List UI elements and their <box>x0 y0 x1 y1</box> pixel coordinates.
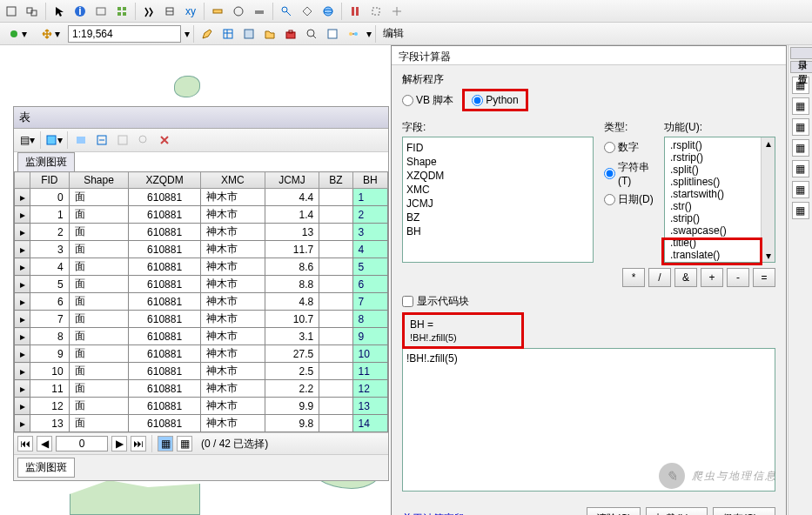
search-tool-icon[interactable] <box>302 24 321 43</box>
help-link[interactable]: 关于计算字段 <box>402 512 465 515</box>
type-date-radio[interactable]: 日期(D) <box>604 192 654 207</box>
function-item[interactable]: .split() <box>665 164 775 176</box>
find-icon[interactable] <box>139 2 158 21</box>
column-header[interactable]: BZ <box>319 172 352 189</box>
parser-python-radio[interactable]: Python <box>465 91 525 109</box>
table-row[interactable]: ▸ 4 面 610881 神木市 8.6 5 <box>15 258 388 276</box>
column-header[interactable]: JCMJ <box>265 172 319 189</box>
nav-show-all-icon[interactable]: ▦ <box>158 436 173 451</box>
catalog-tab[interactable]: 目录 <box>790 47 812 59</box>
table-clear-icon[interactable] <box>113 130 132 150</box>
nav-first-icon[interactable]: ⏮ <box>17 436 33 451</box>
fields-listbox[interactable]: FIDShapeXZQDMXMCJCMJBZBH <box>402 137 594 263</box>
function-item[interactable]: .str() <box>665 200 775 212</box>
column-header[interactable]: Shape <box>69 172 129 189</box>
function-item[interactable]: .splitlines() <box>665 176 775 188</box>
table-delete-icon[interactable] <box>155 130 174 150</box>
tool-2-icon[interactable] <box>23 2 42 21</box>
table-row[interactable]: ▸ 2 面 610881 神木市 13 3 <box>15 224 388 241</box>
right-btn-5[interactable]: ▦ <box>792 160 809 177</box>
info-icon[interactable]: i <box>70 2 90 21</box>
parser-vb-radio[interactable]: VB 脚本 <box>402 93 453 108</box>
scale-input[interactable] <box>68 25 181 43</box>
table-row[interactable]: ▸ 0 面 610881 神木市 4.4 1 <box>15 189 388 206</box>
tool-6-icon[interactable] <box>112 2 131 21</box>
function-item[interactable]: .rstrip() <box>665 151 775 164</box>
column-header[interactable]: XZQDM <box>129 172 200 189</box>
table-switch-icon[interactable] <box>92 130 111 150</box>
right-btn-1[interactable]: ▦ <box>792 77 809 94</box>
edit-tool-icon[interactable] <box>198 24 217 43</box>
function-item[interactable]: .upper() <box>665 261 775 263</box>
codeblock-checkbox[interactable] <box>402 296 413 307</box>
xy-icon[interactable]: xy <box>181 2 200 21</box>
layout-icon[interactable] <box>239 24 258 43</box>
tool-16-icon[interactable] <box>346 2 365 21</box>
table-row[interactable]: ▸ 6 面 610881 神木市 4.8 7 <box>15 293 388 311</box>
table-row[interactable]: ▸ 5 面 610881 神木市 8.8 6 <box>15 276 388 293</box>
table-row[interactable]: ▸ 3 面 610881 神木市 11.7 4 <box>15 241 388 258</box>
table-view-icon[interactable] <box>218 24 238 43</box>
right-btn-3[interactable]: ▦ <box>792 118 809 136</box>
field-item[interactable]: XMC <box>406 183 589 197</box>
location-tab[interactable]: 位置 <box>790 61 812 73</box>
right-btn-7[interactable]: ▦ <box>792 202 809 219</box>
tool-17-icon[interactable] <box>366 2 386 21</box>
operator-button[interactable]: / <box>648 268 671 287</box>
table-row[interactable]: ▸ 12 面 610881 神木市 9.9 13 <box>15 398 388 415</box>
type-string-radio[interactable]: 字符串(T) <box>604 160 654 187</box>
toolbox-icon[interactable] <box>281 24 300 43</box>
bottom-tab[interactable]: 监测图斑 <box>17 458 75 478</box>
function-item[interactable]: .title() <box>665 237 775 249</box>
move-dropdown[interactable]: ▾ <box>35 24 66 43</box>
python-icon[interactable] <box>323 24 342 43</box>
right-btn-4[interactable]: ▦ <box>792 139 809 157</box>
tool-13-icon[interactable] <box>277 2 296 21</box>
table-related-icon[interactable] <box>71 130 91 150</box>
table-select-icon[interactable]: ▾ <box>44 130 64 150</box>
table-row[interactable]: ▸ 13 面 610881 神木市 9.8 14 <box>15 415 388 432</box>
nav-position-input[interactable] <box>56 436 108 451</box>
table-row[interactable]: ▸ 7 面 610881 神木市 10.7 8 <box>15 311 388 328</box>
tool-12-icon[interactable] <box>250 2 269 21</box>
operator-button[interactable]: - <box>727 268 749 287</box>
draw-dropdown[interactable]: ▾ <box>2 24 33 43</box>
operator-button[interactable]: & <box>674 268 697 287</box>
right-btn-2[interactable]: ▦ <box>792 97 809 115</box>
globe-icon[interactable] <box>319 2 338 21</box>
field-item[interactable]: FID <box>406 141 589 155</box>
table-row[interactable]: ▸ 10 面 610881 神木市 2.5 11 <box>15 363 388 380</box>
save-button[interactable]: 保存(S)... <box>713 507 775 515</box>
scrollbar[interactable]: ▴▾ <box>761 137 775 262</box>
column-header[interactable]: XMC <box>200 172 265 189</box>
model-icon[interactable] <box>344 24 363 43</box>
measure-icon[interactable] <box>208 2 227 21</box>
column-header[interactable]: BH <box>352 172 387 189</box>
table-row[interactable]: ▸ 1 面 610881 神木市 1.4 2 <box>15 206 388 224</box>
tool-8-icon[interactable] <box>160 2 179 21</box>
field-item[interactable]: Shape <box>406 155 589 169</box>
attribute-table[interactable]: FIDShapeXZQDMXMCJCMJBZBH ▸ 0 面 610881 神木… <box>14 171 388 432</box>
table-zoom-icon[interactable] <box>134 130 153 150</box>
column-header[interactable]: FID <box>30 172 70 189</box>
tool-1-icon[interactable] <box>2 2 21 21</box>
operator-button[interactable]: * <box>622 268 645 287</box>
table-row[interactable]: ▸ 8 面 610881 神木市 3.1 9 <box>15 328 388 345</box>
function-item[interactable]: .rsplit() <box>665 139 775 151</box>
function-item[interactable]: .startswith() <box>665 188 775 200</box>
load-button[interactable]: 加载(L)... <box>646 507 708 515</box>
nav-prev-icon[interactable]: ◀ <box>37 436 52 451</box>
pointer-icon[interactable] <box>50 2 69 21</box>
operator-button[interactable]: = <box>753 268 775 287</box>
function-item[interactable]: .translate() <box>665 249 775 261</box>
table-row[interactable]: ▸ 11 面 610881 神木市 2.2 12 <box>15 380 388 398</box>
operator-button[interactable]: + <box>701 268 723 287</box>
nav-next-icon[interactable]: ▶ <box>111 436 127 451</box>
functions-listbox[interactable]: .rsplit().rstrip().split().splitlines().… <box>664 137 775 263</box>
tool-11-icon[interactable] <box>229 2 248 21</box>
function-item[interactable]: .strip() <box>665 212 775 224</box>
field-item[interactable]: BH <box>406 224 589 238</box>
tool-18-icon[interactable] <box>387 2 406 21</box>
field-item[interactable]: XZQDM <box>406 169 589 183</box>
nav-last-icon[interactable]: ⏭ <box>131 436 146 451</box>
